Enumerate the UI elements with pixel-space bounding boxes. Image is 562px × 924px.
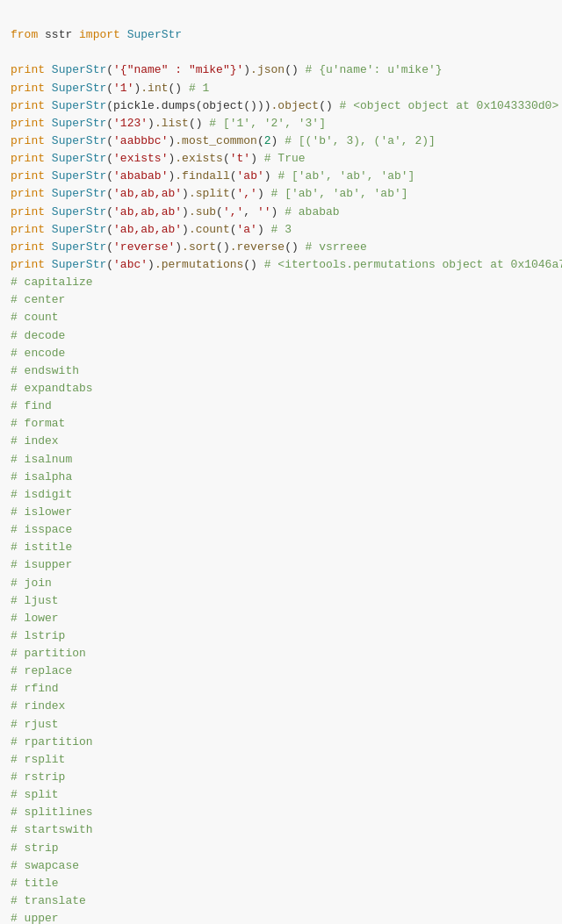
comment-split: # split bbox=[11, 788, 59, 801]
comment-isdigit: # isdigit bbox=[11, 488, 72, 501]
comment-rsplit: # rsplit bbox=[11, 753, 65, 766]
comment-isalnum: # isalnum bbox=[11, 453, 72, 466]
line-3: print SuperStr('{"name" : "mike"}').json… bbox=[11, 63, 443, 76]
comment-isupper: # isupper bbox=[11, 558, 72, 571]
comment-center: # center bbox=[11, 293, 65, 306]
comment-rfind: # rfind bbox=[11, 682, 59, 695]
comment-swapcase: # swapcase bbox=[11, 859, 79, 872]
comment-count: # count bbox=[11, 311, 59, 324]
line-11: print SuperStr('ab,ab,ab').sub(',', '') … bbox=[11, 205, 340, 218]
comment-encode: # encode bbox=[11, 347, 65, 360]
line-4: print SuperStr('1').int() # 1 bbox=[11, 82, 209, 95]
comment-decode: # decode bbox=[11, 329, 65, 342]
line-8: print SuperStr('exists').exists('t') # T… bbox=[11, 152, 306, 165]
line-5: print SuperStr(pickle.dumps(object())).o… bbox=[11, 99, 558, 112]
comment-isspace: # isspace bbox=[11, 523, 72, 536]
comment-find: # find bbox=[11, 399, 52, 412]
comment-rstrip: # rstrip bbox=[11, 770, 65, 784]
line-1: from sstr import SuperStr bbox=[11, 28, 182, 41]
comment-ljust: # ljust bbox=[11, 594, 59, 607]
comment-isalpha: # isalpha bbox=[11, 470, 72, 483]
comment-rpartition: # rpartition bbox=[11, 735, 93, 749]
line-13: print SuperStr('reverse').sort().reverse… bbox=[11, 240, 367, 254]
comment-upper: # upper bbox=[11, 912, 59, 924]
comment-endswith: # endswith bbox=[11, 364, 79, 377]
comment-rjust: # rjust bbox=[11, 718, 59, 731]
comment-startswith: # startswith bbox=[11, 823, 93, 836]
comment-index: # index bbox=[11, 434, 59, 448]
comment-join: # join bbox=[11, 577, 52, 590]
comment-lstrip: # lstrip bbox=[11, 629, 65, 642]
comment-title: # title bbox=[11, 877, 59, 890]
comment-format: # format bbox=[11, 417, 65, 430]
comment-replace: # replace bbox=[11, 664, 72, 677]
comment-strip: # strip bbox=[11, 842, 59, 855]
comment-rindex: # rindex bbox=[11, 699, 65, 713]
comment-translate: # translate bbox=[11, 894, 86, 907]
comment-capitalize: # capitalize bbox=[11, 276, 93, 289]
code-editor: from sstr import SuperStr print SuperStr… bbox=[11, 9, 551, 924]
line-7: print SuperStr('aabbbc').most_common(2) … bbox=[11, 134, 436, 147]
comment-istitle: # istitle bbox=[11, 541, 72, 554]
comment-lower: # lower bbox=[11, 612, 59, 625]
line-12: print SuperStr('ab,ab,ab').count('a') # … bbox=[11, 223, 292, 236]
line-6: print SuperStr('123').list() # ['1', '2'… bbox=[11, 117, 326, 130]
comment-islower: # islower bbox=[11, 505, 72, 519]
comment-partition: # partition bbox=[11, 647, 86, 660]
line-9: print SuperStr('ababab').findall('ab') #… bbox=[11, 169, 414, 183]
line-10: print SuperStr('ab,ab,ab').split(',') # … bbox=[11, 187, 408, 200]
line-14: print SuperStr('abc').permutations() # <… bbox=[11, 258, 562, 271]
comment-expandtabs: # expandtabs bbox=[11, 382, 93, 395]
comment-splitlines: # splitlines bbox=[11, 806, 93, 819]
